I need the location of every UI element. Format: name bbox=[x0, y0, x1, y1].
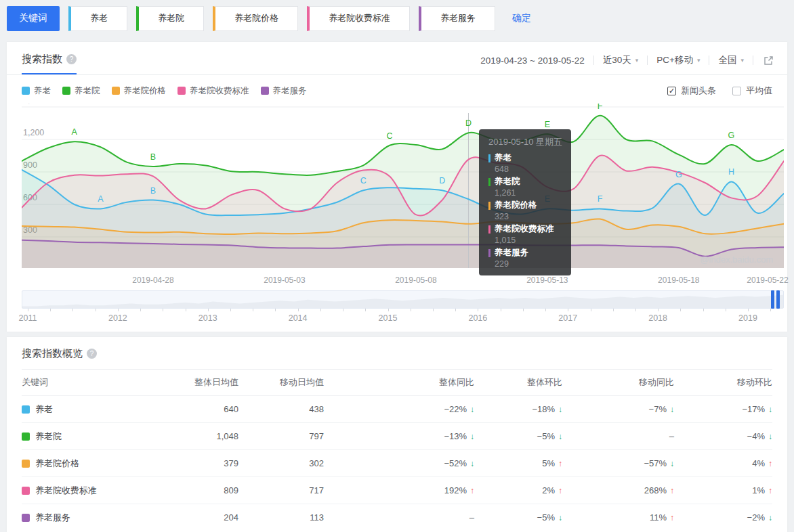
table-row[interactable]: 养老院收费标准809717192%↑2%↑268%↑1%↑ bbox=[22, 476, 772, 504]
percent-value: – bbox=[469, 512, 474, 523]
x-axis-tick: 2019-05-18 bbox=[658, 275, 699, 285]
timeline-tick bbox=[658, 309, 659, 311]
overall-avg-cell: 1,048 bbox=[137, 431, 238, 441]
column-header: 移动同比 bbox=[562, 376, 674, 389]
keyword-label-button[interactable]: 关键词 bbox=[7, 6, 60, 31]
timeline-slider[interactable] bbox=[22, 290, 784, 309]
keyword-toolbar: 关键词 养老养老院养老院价格养老院收费标准养老服务 确定 bbox=[0, 0, 794, 31]
percent-cell: −13%↓ bbox=[324, 431, 474, 441]
keyword-cell: 养老院 bbox=[22, 430, 137, 443]
mobile-avg-cell: 113 bbox=[238, 512, 324, 523]
x-axis-tick: 2019-05-03 bbox=[264, 275, 305, 285]
percent-cell: −2%↓ bbox=[674, 512, 772, 523]
chart-controls: 2019-04-23 ~ 2019-05-22 近30天 ▾ PC+移动 ▾ 全… bbox=[480, 54, 774, 66]
trend-chart-canvas: 3006009001,2001,500ABCDEFGHABCDEFG bbox=[22, 104, 784, 273]
mobile-avg-cell: 717 bbox=[238, 485, 324, 495]
legend-label: 养老院价格 bbox=[124, 85, 167, 97]
timeline-tick bbox=[411, 309, 411, 311]
news-marker-G: G bbox=[728, 131, 735, 140]
table-row[interactable]: 养老640438−22%↓−18%↓−7%↓−17%↓ bbox=[22, 395, 772, 422]
legend-item[interactable]: 养老院 bbox=[62, 85, 100, 97]
news-marker-H: H bbox=[728, 167, 734, 177]
keyword-input-list: 养老养老院养老院价格养老院收费标准养老服务 bbox=[68, 6, 504, 31]
percent-value: 4% bbox=[752, 458, 765, 468]
mobile-avg-cell: 797 bbox=[238, 431, 324, 441]
overall-avg-cell: 809 bbox=[137, 485, 238, 495]
help-icon[interactable]: ? bbox=[66, 54, 77, 64]
table-row[interactable]: 养老院1,048797−13%↓−5%↓–−4%↓ bbox=[22, 422, 772, 449]
percent-cell: −52%↓ bbox=[324, 458, 474, 468]
slider-handle-right[interactable] bbox=[776, 290, 780, 309]
x-axis-tick: 2019-05-22 bbox=[747, 275, 788, 285]
region-select[interactable]: 全国 ▾ bbox=[718, 54, 744, 66]
mobile-avg-cell: 302 bbox=[238, 458, 324, 468]
percent-cell: −5%↓ bbox=[474, 512, 562, 523]
tooltip-series-name: 养老院收费标准 bbox=[488, 223, 562, 235]
keyword-name: 养老院价格 bbox=[35, 458, 79, 470]
timeline-tick bbox=[298, 309, 299, 311]
legend-item[interactable]: 养老 bbox=[22, 85, 51, 97]
percent-cell: −4%↓ bbox=[674, 431, 772, 441]
keyword-swatch bbox=[22, 487, 30, 495]
timeline-year-label: 2014 bbox=[289, 313, 308, 323]
legend-label: 养老院收费标准 bbox=[190, 85, 249, 97]
timeline-year-label: 2012 bbox=[108, 313, 127, 323]
tooltip-series-swatch bbox=[488, 249, 490, 257]
legend-item[interactable]: 养老服务 bbox=[261, 85, 307, 97]
legend-item[interactable]: 养老院价格 bbox=[112, 85, 167, 97]
news-marker-F: F bbox=[598, 194, 603, 204]
tooltip-series-value: 1,261 bbox=[488, 188, 562, 198]
column-header: 关键词 bbox=[22, 376, 137, 389]
tooltip-series-swatch bbox=[488, 202, 490, 210]
time-range-select[interactable]: 近30天 ▾ bbox=[603, 54, 639, 66]
timeline-tick bbox=[591, 309, 591, 311]
timeline-tick bbox=[365, 309, 366, 311]
percent-cell: 4%↑ bbox=[674, 458, 772, 468]
search-index-overview-panel: 搜索指数概览 ? 关键词整体日均值移动日均值整体同比整体环比移动同比移动环比 养… bbox=[7, 337, 787, 532]
keyword-input[interactable]: 养老院收费标准 bbox=[307, 6, 410, 31]
external-link-icon[interactable] bbox=[764, 56, 774, 66]
tooltip-date: 2019-05-10 星期五 bbox=[488, 136, 562, 148]
timeline-year-axis: 201120122013201420152016201720182019 bbox=[22, 309, 784, 326]
legend-item[interactable]: 养老院收费标准 bbox=[177, 85, 249, 97]
percent-cell: −18%↓ bbox=[474, 404, 562, 414]
confirm-button[interactable]: 确定 bbox=[512, 12, 531, 24]
tooltip-series-label: 养老院价格 bbox=[495, 200, 537, 211]
timeline-tick bbox=[96, 309, 96, 311]
keyword-name: 养老服务 bbox=[35, 512, 70, 524]
slider-handle-left[interactable] bbox=[771, 290, 774, 309]
timeline-tick bbox=[388, 309, 389, 311]
tooltip-series-value: 1,015 bbox=[488, 236, 562, 245]
timeline-year-label: 2015 bbox=[379, 313, 398, 323]
help-icon[interactable]: ? bbox=[87, 349, 97, 359]
tab-search-index[interactable]: 搜索指数 ? bbox=[22, 53, 77, 74]
trend-chart[interactable]: 3006009001,2001,500ABCDEFGHABCDEFG @inde… bbox=[22, 104, 784, 273]
keyword-swatch bbox=[22, 405, 30, 414]
checkbox-average[interactable]: 平均值 bbox=[732, 85, 772, 97]
keyword-input[interactable]: 养老院价格 bbox=[213, 6, 298, 31]
column-header: 整体同比 bbox=[324, 376, 474, 389]
panel-header: 搜索指数 ? 2019-04-23 ~ 2019-05-22 近30天 ▾ PC… bbox=[7, 42, 787, 75]
legend-swatch bbox=[112, 87, 120, 95]
news-marker-F: F bbox=[598, 104, 603, 111]
device-select[interactable]: PC+移动 ▾ bbox=[656, 54, 700, 66]
keyword-input[interactable]: 养老院 bbox=[136, 6, 204, 31]
date-range[interactable]: 2019-04-23 ~ 2019-05-22 bbox=[480, 56, 585, 66]
keyword-swatch bbox=[22, 433, 30, 441]
tooltip-series-name: 养老院价格 bbox=[488, 200, 562, 211]
news-marker-G: G bbox=[675, 170, 682, 179]
table-row[interactable]: 养老服务204113–−5%↓11%↑−2%↓ bbox=[22, 504, 772, 531]
chart-tooltip: 2019-05-10 星期五 养老648养老院1,261养老院价格323养老院收… bbox=[479, 129, 571, 275]
percent-value: 2% bbox=[542, 485, 555, 495]
keyword-input[interactable]: 养老服务 bbox=[419, 6, 495, 31]
keyword-name: 养老院 bbox=[35, 430, 62, 443]
overview-table-body: 养老640438−22%↓−18%↓−7%↓−17%↓养老院1,048797−1… bbox=[22, 395, 772, 531]
percent-cell: 11%↑ bbox=[562, 512, 674, 523]
timeline-tick bbox=[726, 309, 726, 311]
checkbox-news-headlines[interactable]: ✓新闻头条 bbox=[667, 85, 716, 97]
tooltip-series-name: 养老服务 bbox=[488, 247, 562, 259]
table-row[interactable]: 养老院价格379302−52%↓5%↑−57%↓4%↑ bbox=[22, 449, 772, 476]
divider bbox=[753, 56, 753, 65]
keyword-input[interactable]: 养老 bbox=[68, 6, 127, 31]
tooltip-items: 养老648养老院1,261养老院价格323养老院收费标准1,015养老服务229 bbox=[488, 152, 562, 269]
